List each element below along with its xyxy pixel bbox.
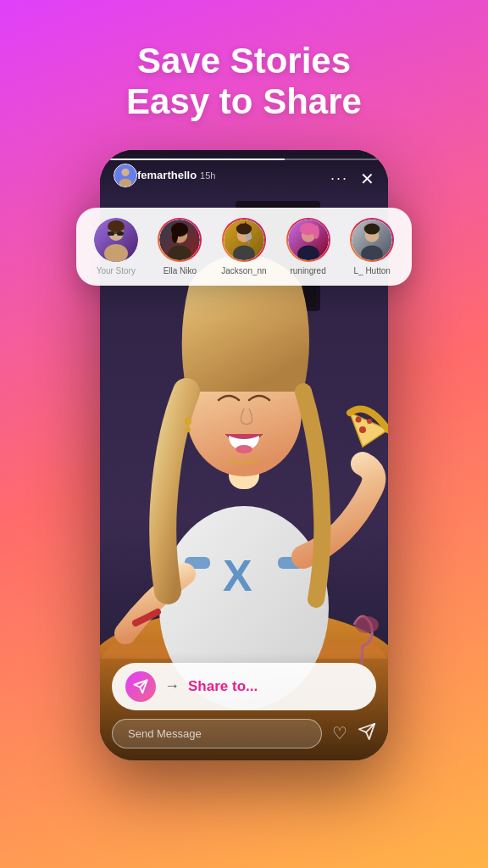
avatar-inner-run [288,220,329,260]
send-icon[interactable] [358,722,376,745]
send-message-placeholder: Send Message [128,727,202,740]
story-item-yours[interactable]: Your Story [88,218,144,275]
svg-point-42 [367,419,372,424]
svg-point-51 [121,168,129,175]
svg-point-11 [172,227,178,242]
ig-close-button[interactable]: ✕ [360,169,374,189]
svg-point-28 [364,223,380,234]
svg-point-48 [186,427,191,432]
ig-username: femarthello [137,169,197,181]
story-avatar-run [286,218,330,262]
share-icon-circle [125,671,156,702]
ig-more-button[interactable]: ··· [330,170,348,187]
svg-point-24 [313,225,319,239]
ig-header: femarthello 15h ··· ✕ [100,150,388,201]
headline: Save Stories Easy to Share [101,41,387,123]
share-to-text: Share to... [188,678,258,695]
send-message-input[interactable]: Send Message [112,719,322,748]
svg-point-47 [185,418,191,425]
story-avatar-ella [158,218,202,262]
ig-progress-fill [108,159,285,160]
headline-line1: Save Stories [137,41,351,81]
svg-text:X: X [223,551,252,600]
story-item-run[interactable]: runingred [280,218,336,275]
story-label-run: runingred [280,266,336,275]
story-label-yours: Your Story [88,266,144,275]
avatar-inner-yours [94,218,138,262]
avatar-inner-jackson [224,220,264,260]
ig-time: 15h [200,170,215,181]
share-banner[interactable]: → Share to... [112,663,376,710]
stories-tray: Your Story Ella Niko [76,208,412,286]
heart-icon[interactable]: ♡ [332,723,347,743]
svg-point-46 [236,445,252,453]
story-item-ella[interactable]: Ella Niko [152,218,208,275]
story-item-hutton[interactable]: L_ Hutton [344,218,400,275]
svg-point-17 [236,223,252,234]
svg-point-2 [104,244,128,262]
avatar-inner-hutton [352,220,392,260]
headline-line2: Easy to Share [126,81,362,121]
story-avatar-jackson [222,218,266,262]
ig-bottom-bar: → Share to... Send Message ♡ [100,653,388,760]
ig-progress-bar [108,159,380,160]
svg-point-6 [108,220,125,232]
svg-rect-3 [108,231,114,236]
story-label-ella: Ella Niko [152,266,208,275]
story-avatar-hutton [350,218,394,262]
svg-point-41 [359,426,366,433]
svg-point-49 [355,616,379,633]
send-bar: Send Message ♡ [112,719,376,748]
story-item-jackson[interactable]: Jackson_nn [216,218,272,275]
avatar-inner-ella [159,220,200,260]
story-label-jackson: Jackson_nn [216,266,272,275]
story-avatar-yours [94,218,138,262]
share-arrow-icon: → [164,677,180,695]
svg-rect-16 [248,240,250,245]
story-label-hutton: L_ Hutton [344,266,400,275]
phone-wrapper: Your Story Ella Niko [100,150,388,760]
ig-header-avatar [114,164,137,187]
svg-point-43 [356,416,362,422]
svg-point-15 [246,233,252,239]
